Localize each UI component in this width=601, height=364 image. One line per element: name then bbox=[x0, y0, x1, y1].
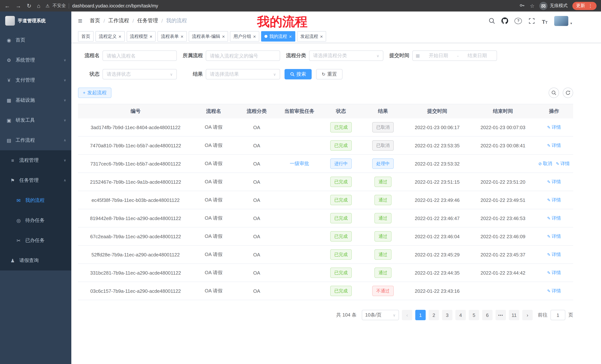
hamburger-icon[interactable]: ≡ bbox=[76, 17, 84, 25]
chevron-icon: ∨ bbox=[64, 98, 66, 102]
sidebar-item[interactable]: ¥ 支付管理 ∨ bbox=[0, 70, 71, 90]
detail-link[interactable]: ✎ 详情 bbox=[547, 288, 561, 294]
status-tag: 已完成 bbox=[330, 231, 352, 241]
tab[interactable]: 流程定义 × bbox=[95, 31, 125, 42]
cancel-link[interactable]: ⊘ 取消 bbox=[538, 161, 552, 167]
result-select[interactable]: 请选择流结果 ∨ bbox=[206, 69, 280, 79]
page-button[interactable]: 1 bbox=[415, 310, 426, 320]
cell-category: OA bbox=[234, 270, 279, 276]
sidebar-item[interactable]: ⚙ 系统管理 ∨ bbox=[0, 50, 71, 70]
help-icon[interactable]: ? bbox=[515, 18, 522, 24]
page-button[interactable]: 5 bbox=[469, 310, 479, 320]
close-icon[interactable]: × bbox=[289, 34, 292, 39]
kebab-menu-icon[interactable]: ⋮ bbox=[588, 3, 593, 9]
close-icon[interactable]: × bbox=[320, 34, 323, 39]
status-select[interactable]: 请选择状态 ∨ bbox=[102, 69, 177, 79]
sidebar-item[interactable]: ✉ 我的流程 bbox=[0, 190, 71, 211]
back-icon[interactable]: ← bbox=[4, 3, 10, 9]
search-button[interactable]: 搜索 bbox=[285, 69, 312, 79]
detail-link[interactable]: ✎ 详情 bbox=[547, 269, 561, 276]
sidebar-item[interactable]: ⚑ 任务管理 ∧ bbox=[0, 170, 71, 190]
tab[interactable]: 发起流程 × bbox=[297, 31, 326, 42]
breadcrumb-item[interactable]: 我的流程 bbox=[166, 18, 187, 24]
page-button[interactable]: 2 bbox=[429, 310, 439, 320]
search-icon[interactable] bbox=[489, 17, 495, 25]
breadcrumb-item[interactable]: 任务管理 bbox=[137, 18, 158, 24]
create-process-button[interactable]: + 发起流程 bbox=[78, 87, 111, 98]
close-icon[interactable]: × bbox=[119, 34, 121, 39]
cell-submit-time: 2022-01-22 23:45:29 bbox=[403, 252, 471, 257]
filter-label-process-definition: 所属流程 bbox=[181, 52, 203, 59]
breadcrumb-item[interactable]: 工作流程 bbox=[108, 18, 129, 24]
toolbar-search-toggle-button[interactable] bbox=[549, 87, 559, 98]
detail-link[interactable]: ✎ 详情 bbox=[547, 251, 561, 258]
page-button[interactable]: 6 bbox=[482, 310, 492, 320]
column-header: 编号 bbox=[78, 108, 193, 115]
toolbar-refresh-button[interactable] bbox=[563, 87, 573, 98]
avatar[interactable] bbox=[554, 16, 569, 26]
category-select[interactable]: 请选择流程分类 ∨ bbox=[309, 50, 383, 61]
sidebar-item[interactable]: ≡ 流程管理 ∨ bbox=[0, 150, 71, 170]
date-range-picker[interactable]: ▦ 开始日期 - 结束日期 bbox=[412, 50, 497, 61]
page-button[interactable]: 4 bbox=[455, 310, 466, 320]
fullscreen-icon[interactable] bbox=[528, 17, 535, 25]
home-icon[interactable]: ⌂ bbox=[37, 3, 40, 9]
forward-icon[interactable]: → bbox=[16, 3, 21, 9]
sidebar-item[interactable]: ◎ 待办任务 bbox=[0, 211, 71, 230]
process-definition-input[interactable] bbox=[206, 50, 280, 61]
page-button[interactable]: ••• bbox=[496, 310, 506, 320]
key-icon[interactable] bbox=[520, 2, 525, 9]
bookmark-star-icon[interactable]: ☆ bbox=[530, 3, 534, 8]
reload-icon[interactable]: ↻ bbox=[27, 3, 31, 9]
detail-icon: ✎ bbox=[547, 288, 551, 293]
tab[interactable]: 流程表单 × bbox=[158, 31, 187, 42]
tab[interactable]: 用户分组 × bbox=[230, 31, 259, 42]
sidebar-item[interactable]: ◉ 首页 bbox=[0, 30, 71, 50]
detail-link[interactable]: ✎ 详情 bbox=[547, 124, 561, 130]
cell-end-time: 2022-01-22 23:46:09 bbox=[471, 234, 535, 239]
address-bar[interactable]: ⚠ 不安全 dashboard.yudao.iocoder.cn/bpm/tas… bbox=[46, 3, 520, 9]
detail-link[interactable]: ✎ 详情 bbox=[547, 142, 561, 149]
cell-end-time: 2022-01-22 23:49:51 bbox=[471, 197, 535, 203]
update-button[interactable]: 更新 ⋮ bbox=[572, 2, 597, 10]
tab[interactable]: 我的流程 × bbox=[261, 31, 295, 42]
detail-link[interactable]: ✎ 详情 bbox=[547, 215, 561, 221]
table-row: 52ffd28e-7b9a-11ec-a290-acde48001122 OA … bbox=[78, 246, 573, 264]
breadcrumb-item[interactable]: 首页 bbox=[90, 18, 100, 24]
sidebar-item[interactable]: ▦ 基础设施 ∨ bbox=[0, 90, 71, 110]
sidebar-item[interactable]: ♟ 请假查询 bbox=[0, 250, 71, 270]
page-size-select[interactable]: 10条/页 ∨ bbox=[362, 310, 399, 320]
sidebar-item[interactable]: ▣ 研发工具 ∨ bbox=[0, 110, 71, 130]
page-button[interactable]: 3 bbox=[442, 310, 452, 320]
github-icon[interactable] bbox=[502, 17, 508, 25]
detail-link[interactable]: ✎ 详情 bbox=[556, 161, 570, 167]
result-tag: 通过 bbox=[374, 177, 391, 187]
close-icon[interactable]: × bbox=[222, 34, 225, 39]
goto-page-input[interactable] bbox=[551, 310, 565, 320]
detail-link[interactable]: ✎ 详情 bbox=[547, 197, 561, 203]
sidebar-item[interactable]: ▤ 工作流程 ∧ bbox=[0, 130, 71, 150]
close-icon[interactable]: × bbox=[253, 34, 256, 39]
font-size-icon[interactable]: TT bbox=[541, 17, 548, 25]
next-page-button[interactable]: › bbox=[522, 310, 533, 320]
sidebar-item[interactable]: ✂ 已办任务 bbox=[0, 230, 71, 250]
close-icon[interactable]: × bbox=[180, 34, 183, 39]
menu-todo-icon: ◎ bbox=[16, 218, 21, 223]
detail-link[interactable]: ✎ 详情 bbox=[547, 179, 561, 185]
caret-down-icon[interactable]: ▾ bbox=[570, 21, 572, 25]
page-button[interactable]: 11 bbox=[509, 310, 519, 320]
reset-button[interactable]: ↻ 重置 bbox=[316, 69, 342, 79]
chevron-down-icon: ∨ bbox=[170, 72, 173, 76]
tab[interactable]: 流程模型 × bbox=[127, 31, 156, 42]
tab[interactable]: 首页 bbox=[78, 31, 94, 42]
prev-page-button[interactable]: ‹ bbox=[402, 310, 412, 320]
cell-id: 7317cec6-7b9b-11ec-b5b7-acde48001122 bbox=[78, 161, 193, 166]
detail-link[interactable]: ✎ 详情 bbox=[547, 233, 561, 239]
table-row: 819442e8-7b9a-11ec-a290-acde48001122 OA … bbox=[78, 209, 573, 228]
cell-category: OA bbox=[234, 143, 279, 148]
status-tag: 已完成 bbox=[330, 286, 352, 296]
close-icon[interactable]: × bbox=[150, 34, 152, 39]
process-name-input[interactable] bbox=[102, 50, 177, 61]
tab[interactable]: 流程表单-编辑 × bbox=[189, 31, 228, 42]
current-task-link[interactable]: 一级审批 bbox=[290, 161, 309, 166]
